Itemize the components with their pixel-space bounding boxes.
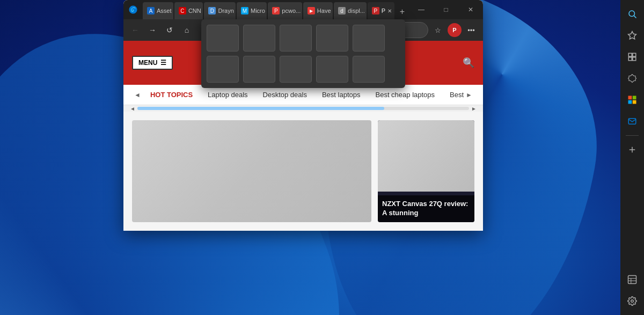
new-tab-button[interactable]: +: [396, 4, 409, 19]
svg-rect-8: [633, 96, 636, 100]
profile-avatar[interactable]: P: [448, 23, 462, 37]
reload-button[interactable]: ↺: [162, 23, 177, 38]
svg-point-0: [629, 11, 635, 17]
tab-label-micro: Micro: [251, 8, 265, 14]
tab-favicon-pcwo: P: [272, 7, 280, 14]
tab-close-active[interactable]: ✕: [387, 8, 392, 14]
svg-marker-2: [628, 32, 636, 39]
thumb-tile-10[interactable]: [353, 56, 385, 83]
tab-label-asset: Asset: [157, 8, 172, 14]
home-button[interactable]: ⌂: [179, 23, 194, 38]
svg-rect-4: [633, 53, 636, 56]
article-card-title: NZXT Canvas 27Q review: A stunning: [382, 200, 470, 218]
menu-icon: ☰: [160, 59, 166, 67]
nav-items: HOT TOPICS Laptop deals Desktop deals Be…: [143, 86, 464, 103]
minimize-button[interactable]: —: [409, 0, 434, 19]
tabs-container: A Asset C CNN D Drayn M Micro P pcwo..: [143, 0, 409, 19]
sidebar-table-icon[interactable]: [623, 270, 642, 289]
title-bar: A Asset C CNN D Drayn M Micro P pcwo..: [123, 0, 483, 19]
svg-point-18: [631, 300, 634, 303]
svg-rect-3: [628, 53, 632, 56]
menu-label: MENU: [138, 59, 157, 67]
nav-item-laptop-deals[interactable]: Laptop deals: [200, 86, 255, 103]
tab-favicon-cnn: C: [179, 7, 186, 14]
svg-rect-6: [633, 57, 636, 61]
tab-micro[interactable]: M Micro: [237, 2, 267, 19]
h-scroll-track: [137, 107, 469, 110]
tab-asset[interactable]: A Asset: [143, 2, 173, 19]
tab-favicon-active: P: [372, 7, 379, 14]
nav-right-arrow[interactable]: ►: [464, 89, 474, 101]
nav-item-best-cheap-laptops[interactable]: Best cheap laptops: [368, 86, 443, 103]
browser-window: A Asset C CNN D Drayn M Micro P pcwo..: [123, 0, 483, 231]
tab-favicon-asset: A: [147, 7, 155, 14]
sidebar-extensions-icon[interactable]: [623, 69, 642, 88]
h-scroll-thumb[interactable]: [137, 107, 384, 110]
thumb-tile-1[interactable]: [207, 25, 239, 52]
article-card-overlay: NZXT Canvas 27Q review: A stunning: [378, 195, 474, 222]
thumb-tile-5[interactable]: [353, 25, 385, 52]
svg-line-1: [634, 16, 636, 18]
forward-button[interactable]: →: [145, 23, 160, 38]
maximize-button[interactable]: □: [434, 0, 458, 19]
sidebar-outlook-icon[interactable]: [623, 112, 642, 131]
thumb-tile-3[interactable]: [280, 25, 312, 52]
newtab-overlay: [201, 19, 405, 88]
tab-displ[interactable]: d displ...: [334, 2, 367, 19]
sidebar-collections-icon[interactable]: [623, 47, 642, 67]
nav-item-best-ssds[interactable]: Best SSDs: [442, 86, 464, 103]
h-scroll-right-arrow[interactable]: ►: [471, 106, 477, 112]
article-area: NZXT Canvas 27Q review: A stunning: [123, 112, 483, 231]
tab-favicon-have: ▶: [308, 7, 315, 14]
edge-sidebar: [620, 0, 644, 315]
window-controls: — □ ✕: [409, 0, 483, 19]
sidebar-favorites-icon[interactable]: [623, 26, 642, 45]
collections-button[interactable]: ☆: [430, 23, 445, 38]
tab-favicon-micro: M: [241, 7, 248, 14]
tab-label-have: Have: [317, 8, 331, 14]
more-button[interactable]: •••: [464, 23, 479, 38]
back-button[interactable]: ←: [128, 23, 143, 38]
h-scroll-left-arrow[interactable]: ◄: [130, 106, 135, 112]
close-button[interactable]: ✕: [458, 0, 483, 19]
svg-rect-10: [633, 100, 636, 104]
nav-horizontal-scrollbar[interactable]: ◄ ►: [123, 105, 483, 112]
pcworld-menu-button[interactable]: MENU ☰: [132, 56, 173, 70]
tab-active[interactable]: P P ✕: [368, 2, 394, 19]
tab-label-pcwo: pcwo...: [282, 8, 301, 14]
sidebar-office-icon[interactable]: [623, 90, 642, 109]
article-card-image: [378, 120, 474, 192]
sidebar-search-icon[interactable]: [623, 4, 642, 24]
edge-logo-icon: [126, 2, 141, 17]
thumb-tile-7[interactable]: [243, 56, 275, 83]
pcworld-search-button[interactable]: 🔍: [463, 57, 474, 69]
nav-item-best-laptops[interactable]: Best laptops: [314, 86, 368, 103]
svg-rect-7: [628, 96, 632, 100]
thumb-tile-4[interactable]: [316, 25, 348, 52]
nav-item-hot-topics[interactable]: HOT TOPICS: [143, 86, 200, 103]
article-card-right[interactable]: NZXT Canvas 27Q review: A stunning: [378, 120, 474, 222]
thumb-tile-2[interactable]: [243, 25, 275, 52]
tab-label-displ: displ...: [348, 8, 365, 14]
sidebar-settings-icon[interactable]: [623, 291, 642, 311]
nav-left-arrow[interactable]: ◄: [132, 89, 143, 101]
article-placeholder-left: [132, 120, 371, 222]
tab-label-active: P: [382, 8, 385, 14]
tab-favicon-displ: d: [338, 7, 346, 14]
svg-rect-14: [628, 276, 636, 284]
svg-rect-9: [628, 100, 632, 104]
thumb-tile-6[interactable]: [207, 56, 239, 83]
tab-drayn[interactable]: D Drayn: [204, 2, 236, 19]
thumb-tile-8[interactable]: [280, 56, 312, 83]
nav-item-desktop-deals[interactable]: Desktop deals: [255, 86, 314, 103]
thumb-tile-9[interactable]: [316, 56, 348, 83]
tab-favicon-drayn: D: [208, 7, 216, 14]
sidebar-add-icon[interactable]: [623, 140, 642, 159]
tab-cnn[interactable]: C CNN: [174, 2, 203, 19]
tab-label-cnn: CNN: [188, 8, 201, 14]
sidebar-divider: [626, 135, 639, 136]
tab-label-drayn: Drayn: [218, 8, 233, 14]
tab-pcwo[interactable]: P pcwo...: [268, 2, 302, 19]
tab-have[interactable]: ▶ Have: [303, 2, 333, 19]
svg-rect-5: [628, 57, 632, 61]
